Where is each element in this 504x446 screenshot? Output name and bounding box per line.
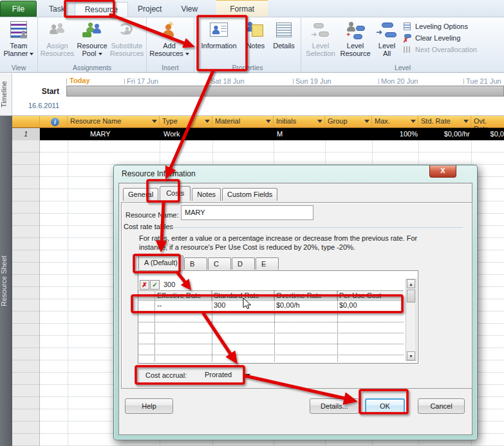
rate-table-header: Effective Date Standard Rate Overtime Ra… xyxy=(138,290,404,301)
team-planner-button[interactable]: Team Planner xyxy=(2,19,35,57)
details-button-dialog[interactable]: Details... xyxy=(310,398,359,414)
column-header-std-rate[interactable]: Std. Rate xyxy=(418,116,471,127)
rate-header-overtime-rate: Overtime Rate xyxy=(274,291,337,300)
combo-dropdown-icon[interactable] xyxy=(245,374,250,377)
tab-format[interactable]: Format xyxy=(220,2,264,17)
cell-per-use-cost[interactable]: $0,00 xyxy=(337,301,404,311)
rate-row-1[interactable]: -- 300 $0,00/h $0,00 xyxy=(138,301,404,311)
cell-ovt-rate[interactable]: $0,0 xyxy=(488,128,504,140)
dialog-tab-general[interactable]: General xyxy=(123,188,158,201)
information-button[interactable]: Information xyxy=(196,19,241,50)
level-all-icon: ➜ xyxy=(376,21,398,42)
cell-standard-rate[interactable]: 300 xyxy=(212,301,274,311)
rate-row-empty[interactable] xyxy=(138,322,404,333)
scrollbar-thumb[interactable] xyxy=(407,290,415,302)
level-selection-button[interactable]: ➜ Level Selection xyxy=(303,19,338,57)
entry-accept-button[interactable]: ✓ xyxy=(150,280,160,290)
filter-dropdown-icon[interactable] xyxy=(463,120,469,123)
dialog-tab-costs[interactable]: Costs xyxy=(160,186,191,201)
selected-resource-row[interactable]: MARY Work M 100% $0,00/hr $0,0 xyxy=(40,128,504,140)
column-header-material[interactable]: Material xyxy=(212,116,274,127)
tab-task[interactable]: Task xyxy=(39,2,75,17)
filter-dropdown-icon[interactable] xyxy=(266,120,271,123)
rate-row-empty[interactable] xyxy=(138,311,404,322)
rate-row-empty[interactable] xyxy=(138,333,404,344)
column-header-indicators[interactable]: i xyxy=(40,116,68,127)
leveling-options-button[interactable]: Leveling Options xyxy=(401,21,479,32)
rate-tab-e[interactable]: E xyxy=(256,257,279,270)
column-header-initials[interactable]: Initials xyxy=(274,116,325,127)
dialog-close-button[interactable]: X xyxy=(429,165,456,178)
tab-view[interactable]: View xyxy=(171,2,207,17)
entry-cancel-button[interactable]: ✗ xyxy=(140,280,149,290)
app-window: File Task Resource Project View Format T… xyxy=(0,0,504,446)
cell-max[interactable]: 100% xyxy=(373,128,418,140)
dialog-body: General Costs Notes Custom Fields Resour… xyxy=(118,183,472,435)
add-resources-button[interactable]: ✳ Add Resources xyxy=(149,19,190,57)
timeline-pane[interactable]: Timeline Today Fri 17 Jun Sat 18 Jun Sun… xyxy=(0,73,504,116)
cell-resource-name[interactable]: MARY xyxy=(79,128,171,140)
column-header-ovt-rate[interactable]: Ovt. Rate xyxy=(471,116,504,127)
level-resource-button[interactable]: ✦ Level Resource xyxy=(338,19,373,57)
level-all-button[interactable]: ➜ Level All xyxy=(373,19,401,57)
scroll-up-icon[interactable]: ▲ xyxy=(407,279,415,288)
filter-dropdown-icon[interactable] xyxy=(411,120,416,123)
ribbon-group-assignments: Assign Resources Resource Pool Substitut… xyxy=(38,17,147,72)
cancel-button[interactable]: Cancel xyxy=(418,398,465,414)
tab-file[interactable]: File xyxy=(0,1,37,17)
cell-effective-date[interactable]: -- xyxy=(155,301,212,311)
details-button[interactable]: Details xyxy=(270,19,298,50)
scroll-down-icon[interactable]: ▼ xyxy=(407,351,415,360)
cell-std-rate[interactable]: $0,00/hr xyxy=(420,128,470,140)
row-number[interactable]: 1 xyxy=(12,128,40,140)
rate-row-empty[interactable] xyxy=(138,355,404,363)
entry-value[interactable]: 300 xyxy=(163,281,175,288)
column-header-group[interactable]: Group xyxy=(325,116,372,127)
active-view-bar[interactable]: Resource Sheet xyxy=(0,116,12,446)
rate-tab-c[interactable]: C xyxy=(208,257,231,270)
cell-type[interactable]: Work xyxy=(162,128,214,140)
timeline-tick xyxy=(463,79,464,84)
rate-table-panel: ✗ ✓ 300 Effective Date Standard Rate Ove… xyxy=(138,270,418,364)
tab-project[interactable]: Project xyxy=(128,2,171,17)
next-overallocation-button[interactable]: Next Overallocation xyxy=(401,44,479,55)
column-header-resource-name[interactable]: Resource Name xyxy=(68,116,160,127)
rate-grid-line xyxy=(337,290,338,362)
level-resource-icon: ✦ xyxy=(344,21,366,42)
timeline-span-bar[interactable] xyxy=(66,86,504,97)
column-header-max[interactable]: Max. xyxy=(372,116,418,127)
rate-tab-b[interactable]: B xyxy=(184,257,207,270)
rate-table-scrollbar[interactable]: ▲ ▼ xyxy=(406,279,416,361)
assign-resources-icon xyxy=(46,21,68,42)
rate-tab-d[interactable]: D xyxy=(232,257,255,270)
filter-dropdown-icon[interactable] xyxy=(364,120,369,123)
dropdown-caret-icon xyxy=(30,53,33,55)
rate-row-empty[interactable] xyxy=(138,344,404,355)
dialog-tab-custom-fields[interactable]: Custom Fields xyxy=(222,188,277,201)
grid-line xyxy=(68,128,68,446)
substitute-resources-button[interactable]: Substitute Resources xyxy=(109,19,144,57)
rate-tab-a-default[interactable]: A (Default) xyxy=(138,256,183,270)
column-header-type[interactable]: Type xyxy=(160,116,212,127)
timeline-today-label: Today xyxy=(70,77,90,84)
cell-initials[interactable]: M xyxy=(275,128,326,140)
add-resources-icon: ✳ xyxy=(158,21,180,42)
filter-dropdown-icon[interactable] xyxy=(152,120,157,123)
resource-pool-button[interactable]: Resource Pool xyxy=(75,19,109,57)
filter-dropdown-icon[interactable] xyxy=(317,120,322,123)
assign-resources-button[interactable]: Assign Resources xyxy=(40,19,75,57)
clear-leveling-button[interactable]: ✗ Clear Leveling xyxy=(401,33,479,43)
tab-resource[interactable]: Resource xyxy=(75,2,128,17)
ok-button[interactable]: OK xyxy=(365,398,405,414)
cost-accrual-select[interactable]: Prorated xyxy=(202,369,260,381)
filter-dropdown-icon[interactable] xyxy=(205,120,210,123)
help-button[interactable]: Help xyxy=(125,398,173,414)
substitute-resources-icon xyxy=(116,21,138,42)
resource-name-input[interactable]: MARY xyxy=(181,205,313,220)
timeline-view-tab[interactable]: Timeline xyxy=(0,73,12,115)
notes-button[interactable]: Notes xyxy=(241,19,270,50)
dialog-tab-notes[interactable]: Notes xyxy=(192,188,221,201)
group-label-assignments: Assignments xyxy=(38,64,146,71)
cell-overtime-rate[interactable]: $0,00/h xyxy=(274,301,337,311)
sheet-corner-cell[interactable] xyxy=(12,116,40,127)
